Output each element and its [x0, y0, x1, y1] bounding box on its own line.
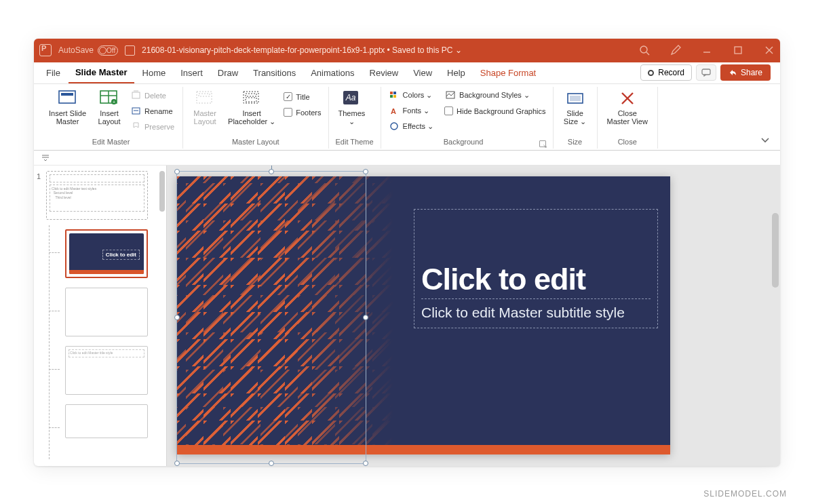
- svg-rect-25: [390, 92, 393, 94]
- group-size: Slide Size ⌄ Size: [554, 87, 598, 149]
- quick-access-row: [34, 151, 780, 166]
- slide-size-button[interactable]: Slide Size ⌄: [560, 88, 590, 127]
- slide-title[interactable]: Click to edit: [421, 264, 651, 294]
- tab-review[interactable]: Review: [363, 62, 406, 83]
- group-background: Colors ⌄ A Fonts ⌄ Effects ⌄ Background …: [381, 87, 554, 149]
- hide-background-checkbox[interactable]: Hide Background Graphics: [444, 104, 545, 118]
- thumbnail-layout-4[interactable]: [65, 404, 148, 438]
- resize-handle[interactable]: [174, 315, 180, 320]
- slide-subtitle[interactable]: Click to edit Master subtitle style: [421, 298, 651, 321]
- overflow-icon[interactable]: [41, 153, 50, 161]
- svg-rect-28: [393, 95, 396, 98]
- group-edit-theme: Aa Themes ⌄ Edit Theme: [329, 87, 381, 149]
- tab-animations[interactable]: Animations: [304, 62, 361, 83]
- collapse-ribbon-icon[interactable]: [760, 135, 771, 144]
- footers-checkbox[interactable]: Footers: [284, 106, 321, 119]
- insert-placeholder-button[interactable]: Insert Placeholder ⌄: [225, 88, 278, 127]
- svg-text:Aa: Aa: [345, 93, 356, 102]
- svg-rect-21: [246, 94, 256, 96]
- powerpoint-icon: [39, 44, 52, 56]
- resize-handle[interactable]: [174, 461, 180, 466]
- resize-handle[interactable]: [363, 169, 368, 174]
- themes-button[interactable]: Aa Themes ⌄: [336, 88, 368, 127]
- resize-handle[interactable]: [174, 169, 180, 174]
- minimize-icon[interactable]: [701, 45, 712, 56]
- group-master-layout: Master Layout Insert Placeholder ⌄ ✓Titl…: [183, 87, 328, 149]
- maximize-icon[interactable]: [733, 45, 743, 56]
- svg-rect-22: [246, 98, 256, 102]
- svg-rect-3: [735, 47, 741, 54]
- comments-button[interactable]: [696, 64, 716, 81]
- tab-file[interactable]: File: [39, 62, 67, 83]
- svg-point-30: [391, 123, 398, 130]
- resize-handle[interactable]: [269, 461, 274, 466]
- search-icon[interactable]: [639, 45, 650, 56]
- autosave-toggle[interactable]: AutoSave Off: [58, 45, 118, 56]
- watermark: SLIDEMODEL.COM: [703, 489, 787, 499]
- effects-button[interactable]: Effects ⌄: [388, 120, 435, 134]
- resize-handle[interactable]: [363, 461, 368, 466]
- insert-layout-button[interactable]: + Insert Layout: [94, 88, 124, 127]
- tab-home[interactable]: Home: [136, 62, 173, 83]
- thumbnail-panel: 1 Click to edit Master text styles Secon…: [34, 166, 167, 466]
- colors-button[interactable]: Colors ⌄: [388, 89, 435, 102]
- svg-rect-7: [59, 91, 75, 103]
- pen-icon[interactable]: [670, 45, 681, 56]
- svg-text:A: A: [391, 107, 396, 115]
- tab-view[interactable]: View: [406, 62, 439, 83]
- group-edit-master: Insert Slide Master + Insert Layout Dele…: [39, 87, 183, 149]
- thumbnail-layout-1[interactable]: Click to edit: [65, 229, 148, 278]
- svg-rect-19: [199, 94, 210, 96]
- background-styles-button[interactable]: Background Styles ⌄: [444, 89, 545, 102]
- titlebar: AutoSave Off 21608-01-visionary-pitch-de…: [34, 39, 780, 62]
- svg-rect-8: [61, 93, 73, 96]
- tab-shape-format[interactable]: Shape Format: [473, 62, 543, 83]
- app-window: AutoSave Off 21608-01-visionary-pitch-de…: [34, 39, 780, 466]
- delete-button[interactable]: Delete: [130, 89, 176, 102]
- svg-rect-14: [132, 92, 140, 98]
- svg-rect-26: [393, 92, 396, 94]
- tab-help[interactable]: Help: [440, 62, 472, 83]
- tab-draw[interactable]: Draw: [211, 62, 245, 83]
- thumbnail-scrollbar[interactable]: [159, 171, 165, 212]
- close-icon[interactable]: [764, 45, 775, 56]
- preserve-button[interactable]: Preserve: [130, 120, 176, 134]
- ribbon: Insert Slide Master + Insert Layout Dele…: [34, 84, 780, 151]
- slide-canvas[interactable]: Click to edit Click to edit Master subti…: [167, 166, 780, 466]
- tab-slide-master[interactable]: Slide Master: [69, 62, 134, 83]
- document-title[interactable]: 21608-01-visionary-pitch-deck-template-f…: [142, 45, 462, 55]
- save-icon[interactable]: [125, 45, 135, 56]
- ribbon-tabs: File Slide Master Home Insert Draw Trans…: [34, 62, 780, 84]
- svg-rect-33: [570, 96, 581, 101]
- tab-transitions[interactable]: Transitions: [246, 62, 303, 83]
- slide: Click to edit Click to edit Master subti…: [176, 176, 670, 454]
- share-button[interactable]: Share: [720, 64, 771, 81]
- title-placeholder[interactable]: Click to edit Click to edit Master subti…: [414, 209, 658, 328]
- canvas-scrollbar[interactable]: [772, 213, 779, 288]
- selection-frame[interactable]: [176, 171, 366, 464]
- record-button[interactable]: Record: [640, 64, 692, 81]
- svg-text:+: +: [113, 100, 115, 104]
- svg-rect-6: [702, 69, 710, 75]
- tab-insert[interactable]: Insert: [174, 62, 210, 83]
- master-number: 1: [37, 171, 43, 461]
- background-dialog-launcher[interactable]: [539, 140, 546, 147]
- resize-handle[interactable]: [363, 315, 368, 320]
- insert-slide-master-button[interactable]: Insert Slide Master: [46, 88, 89, 127]
- thumbnail-master[interactable]: Click to edit Master text styles Second …: [46, 171, 148, 220]
- autosave-label: AutoSave: [58, 45, 94, 55]
- group-close: Close Master View Close: [598, 87, 658, 149]
- svg-point-0: [640, 46, 647, 53]
- close-master-view-button[interactable]: Close Master View: [604, 88, 651, 127]
- svg-rect-27: [390, 95, 393, 98]
- thumbnail-layout-3[interactable]: Click to edit Master title style: [65, 346, 148, 395]
- thumbnail-layout-2[interactable]: [65, 288, 148, 336]
- master-layout-button[interactable]: Master Layout: [190, 88, 220, 127]
- rename-button[interactable]: Rename: [130, 104, 176, 118]
- resize-handle[interactable]: [269, 169, 274, 174]
- work-area: 1 Click to edit Master text styles Secon…: [34, 166, 780, 466]
- fonts-button[interactable]: A Fonts ⌄: [388, 104, 435, 118]
- svg-line-1: [646, 52, 649, 55]
- title-checkbox[interactable]: ✓Title: [284, 90, 321, 104]
